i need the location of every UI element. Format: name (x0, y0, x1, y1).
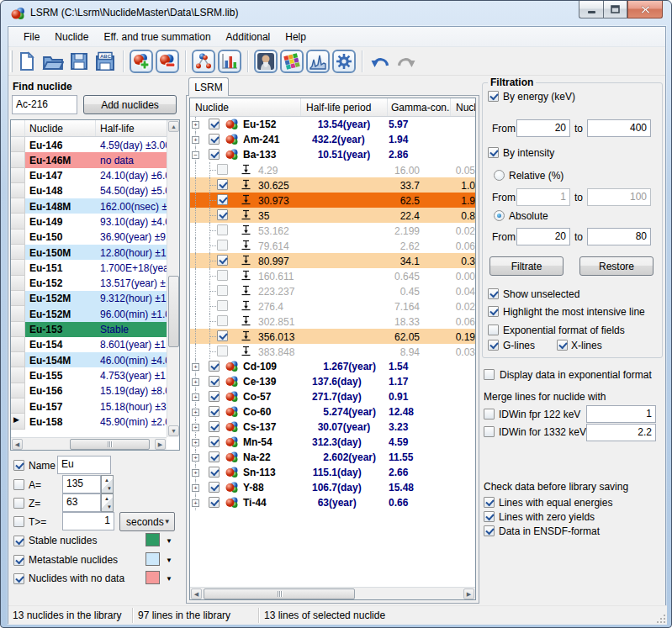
column-header-nucl[interactable]: Nucl (451, 98, 475, 116)
row-selector[interactable] (11, 352, 25, 367)
settings-button[interactable] (332, 50, 356, 73)
chevron-down-icon[interactable]: ▼ (166, 537, 172, 545)
nodata-nuclides-checkbox[interactable] (13, 573, 24, 584)
by-energy-checkbox[interactable] (488, 91, 499, 102)
idwin-1332-input[interactable]: 2.2 (586, 424, 656, 441)
expand-icon[interactable]: + (192, 136, 199, 144)
menu-help[interactable]: Help (278, 28, 314, 46)
gamma-line-row[interactable]: 80.997 34.1 0.3 (190, 253, 475, 268)
row-selector[interactable] (11, 322, 25, 337)
redo-button[interactable] (394, 50, 418, 73)
nuclide-checkbox[interactable] (209, 482, 220, 493)
idwin-122-checkbox[interactable] (484, 409, 495, 420)
nuclide-tree-row[interactable]: + Y-88 106.7(day) 15.48 (190, 480, 475, 495)
expand-icon[interactable]: + (192, 469, 199, 477)
column-header-nuclide[interactable]: Nuclide (25, 120, 96, 136)
nuclide-checkbox[interactable] (209, 376, 220, 387)
nuclide-tree-row[interactable]: + Am-241 432.2(year) 1.94 (190, 132, 475, 147)
nuclide-row[interactable]: Eu-148M162.00(nsec) ±8 (11, 198, 167, 214)
row-selector[interactable] (11, 306, 25, 321)
charge-filter-input[interactable]: 63 (62, 493, 101, 512)
filtrate-button[interactable]: Filtrate (489, 256, 564, 276)
nuclide-row[interactable]: Eu-152M9.312(hour) ±1.3 (11, 291, 167, 306)
nuclide-checkbox[interactable] (209, 451, 220, 462)
nuclide-row[interactable]: Eu-152M96.00(min) ±1.00 (11, 306, 167, 321)
gamma-line-row[interactable]: 30.625 33.7 1.0 (190, 177, 475, 193)
line-checkbox[interactable] (217, 255, 228, 266)
expand-icon[interactable]: + (192, 393, 199, 401)
nuclide-checkbox[interactable] (209, 436, 220, 447)
nuclide-checkbox[interactable] (209, 406, 220, 417)
relative-from-input[interactable]: 1 (516, 188, 570, 206)
period-filter-checkbox[interactable] (13, 516, 24, 527)
expand-icon[interactable]: + (192, 484, 199, 492)
absolute-to-input[interactable]: 80 (587, 228, 651, 245)
vertical-scrollbar[interactable]: ▲ ▼ (167, 120, 179, 437)
line-checkbox[interactable] (217, 224, 228, 235)
stable-color-swatch[interactable] (146, 533, 160, 546)
column-header-gamma[interactable]: Gamma-con... (388, 98, 451, 116)
maximize-button[interactable] (603, 1, 627, 18)
line-checkbox[interactable] (217, 164, 228, 175)
check-ensdf-checkbox[interactable] (484, 525, 495, 536)
menu-eff-and-true-summation[interactable]: Eff. and true summation (96, 28, 218, 46)
nuclide-row[interactable]: Eu-153Stable (11, 322, 167, 337)
mendeleev-button[interactable] (254, 50, 278, 73)
line-checkbox[interactable] (217, 330, 228, 341)
gamma-line-row[interactable]: 30.973 62.5 1.9 (190, 193, 475, 208)
expand-icon[interactable]: + (192, 409, 199, 416)
scroll-thumb[interactable] (70, 439, 150, 450)
display-exp-checkbox[interactable] (484, 369, 495, 380)
line-checkbox[interactable] (217, 270, 228, 281)
row-selector[interactable] (11, 367, 25, 383)
name-filter-checkbox[interactable] (13, 460, 24, 471)
nuclide-tree-row[interactable]: + Ti-44 63(year) 0.66 (190, 495, 475, 510)
nodata-color-swatch[interactable] (146, 571, 160, 584)
search-input[interactable]: Ac-216 (12, 95, 77, 114)
scroll-left-button[interactable]: ◀ (191, 588, 202, 599)
nuclide-row[interactable]: Eu-154M46.00(min) ±4.00 (11, 352, 167, 367)
nuclide-row[interactable]: Eu-1464.59(day) ±3.00E (11, 137, 167, 152)
spectrum-button[interactable] (306, 50, 330, 73)
metastable-nuclides-checkbox[interactable] (13, 555, 24, 566)
absolute-radio[interactable] (494, 210, 505, 221)
expand-icon[interactable]: + (192, 454, 199, 462)
gamma-line-row[interactable]: 356.013 62.05 0.19 (190, 329, 475, 344)
scroll-left-button[interactable]: ◀ (12, 439, 23, 450)
restore-button[interactable]: Restore (579, 256, 653, 276)
scroll-right-button[interactable]: ▶ (155, 439, 166, 450)
nuclide-tree-row[interactable]: + Mn-54 312.3(day) 4.59 (190, 435, 475, 450)
gamma-line-row[interactable]: 35 22.4 0.8 (190, 208, 475, 223)
tab-lsrm[interactable]: LSRM (188, 77, 229, 96)
expand-icon[interactable]: + (192, 363, 199, 371)
expand-icon[interactable]: + (192, 121, 199, 129)
by-intensity-checkbox[interactable] (488, 147, 499, 158)
gamma-line-row[interactable]: 276.4 7.164 0.02 (190, 298, 475, 314)
relative-to-input[interactable]: 100 (587, 188, 651, 206)
expand-icon[interactable]: + (192, 378, 199, 386)
nuclide-row[interactable]: Eu-146Mno data (11, 152, 167, 167)
remove-nuclide-button[interactable] (156, 50, 179, 73)
show-unselected-checkbox[interactable] (488, 288, 499, 299)
gamma-line-row[interactable]: 4.29 16.00 0.05 (190, 162, 475, 177)
name-filter-input[interactable]: Eu (57, 456, 111, 474)
save-file-button[interactable] (67, 50, 91, 73)
line-checkbox[interactable] (217, 315, 228, 326)
column-header-halflife[interactable]: Half-life (96, 120, 167, 136)
nuclide-tree-row[interactable]: + Sn-113 115.1(day) 2.66 (190, 465, 475, 480)
gamma-line-row[interactable]: 160.611 0.645 0.00 (190, 268, 475, 283)
metastable-color-swatch[interactable] (146, 552, 160, 566)
nuclide-checkbox[interactable] (209, 421, 220, 432)
nuclide-checkbox[interactable] (209, 134, 220, 145)
resize-grip[interactable] (655, 613, 665, 623)
new-file-button[interactable] (15, 50, 39, 73)
nuclide-checkbox[interactable] (209, 361, 220, 372)
line-checkbox[interactable] (217, 240, 228, 251)
line-checkbox[interactable] (217, 300, 228, 311)
check-equal-checkbox[interactable] (484, 497, 495, 508)
row-selector[interactable] (11, 168, 25, 183)
expand-icon[interactable]: + (192, 424, 199, 431)
column-header-halflife-period[interactable]: Half-life period (301, 98, 388, 116)
x-lines-checkbox[interactable] (557, 340, 568, 351)
nuclide-tree-row[interactable]: + Eu-152 13.54(year) 5.97 (190, 117, 475, 132)
